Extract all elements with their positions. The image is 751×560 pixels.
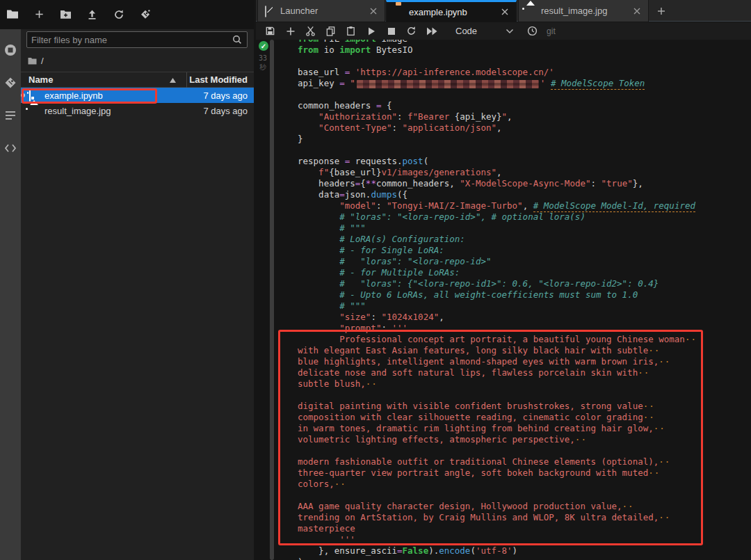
breadcrumb[interactable]: / bbox=[28, 55, 44, 66]
file-modified: 7 days ago bbox=[203, 106, 248, 116]
stop-kernel-icon[interactable] bbox=[385, 25, 397, 37]
running-sessions-icon[interactable] bbox=[3, 43, 17, 57]
chevron-down-icon[interactable] bbox=[503, 25, 515, 37]
git-icon[interactable] bbox=[3, 76, 17, 90]
close-tab-icon[interactable] bbox=[499, 6, 510, 17]
run-cell-icon[interactable] bbox=[365, 25, 377, 37]
code-line: # - for Multiple LoRAs: bbox=[298, 267, 697, 278]
code-line: f"{base_url}v1/images/generations", bbox=[298, 167, 697, 178]
insert-cell-icon[interactable] bbox=[284, 25, 296, 37]
refresh-icon[interactable] bbox=[113, 8, 124, 20]
code-line: api_key = "' # ModelScope Token bbox=[298, 78, 697, 89]
table-of-contents-icon[interactable] bbox=[3, 109, 17, 122]
code-line: "size": "1024x1024", bbox=[298, 312, 697, 323]
file-name: result_image.jpg bbox=[45, 106, 111, 116]
code-line bbox=[298, 89, 697, 100]
main-tab-bar: Launcher example.ipynb result_image.jpg bbox=[256, 0, 751, 22]
cell-type-select[interactable]: Code bbox=[455, 26, 477, 36]
paste-icon[interactable] bbox=[345, 25, 357, 37]
tab-example-ipynb[interactable]: example.ipynb bbox=[386, 0, 517, 22]
jupyterlab-window: / Name Last Modified example.ipynb 7 day… bbox=[0, 0, 751, 560]
column-name[interactable]: Name bbox=[21, 74, 53, 85]
code-line: "model": "Tongyi-MAI/Z-Image-Turbo", # M… bbox=[298, 200, 697, 211]
cell-success-icon: ✓ bbox=[259, 41, 268, 51]
redacted-api-key bbox=[357, 80, 539, 88]
column-divider bbox=[186, 72, 187, 88]
annotation-box-prompt bbox=[278, 330, 703, 545]
close-tab-icon[interactable] bbox=[368, 6, 379, 17]
file-browser-toolbar bbox=[0, 0, 254, 29]
file-list-header: Name Last Modified bbox=[21, 72, 254, 88]
code-line: data=json.dumps({ bbox=[298, 189, 697, 200]
tab-launcher[interactable]: Launcher bbox=[257, 0, 385, 22]
file-browser-panel: / Name Last Modified example.ipynb 7 day… bbox=[21, 29, 254, 560]
code-line: # """ bbox=[298, 223, 697, 234]
cell-duration-value: 33 bbox=[259, 54, 267, 62]
code-line: # "loras": "<lora-repo-id>" bbox=[298, 256, 697, 267]
code-line: # "loras": {"<lora-repo-id1>": 0.6, "<lo… bbox=[298, 278, 697, 289]
code-line bbox=[298, 145, 697, 156]
column-last-modified[interactable]: Last Modified bbox=[189, 74, 248, 85]
close-tab-icon[interactable] bbox=[631, 6, 643, 17]
restart-kernel-icon[interactable] bbox=[405, 25, 417, 37]
kernel-status-clock-icon[interactable] bbox=[526, 25, 538, 37]
code-line: # - for Single LoRA: bbox=[298, 245, 697, 256]
cut-icon[interactable] bbox=[305, 25, 316, 37]
notebook-toolbar: Code git bbox=[256, 22, 751, 40]
file-filter-input[interactable] bbox=[27, 35, 232, 45]
code-line: from io import BytesIO bbox=[298, 45, 697, 56]
code-line: response = requests.post( bbox=[298, 156, 697, 167]
new-launcher-icon[interactable] bbox=[33, 8, 45, 20]
breadcrumb-path: / bbox=[41, 56, 44, 66]
new-tab-button[interactable] bbox=[652, 3, 670, 19]
code-line bbox=[298, 56, 697, 67]
file-filter-box bbox=[26, 31, 248, 48]
tab-label: Launcher bbox=[280, 6, 318, 16]
extension-code-icon[interactable] bbox=[3, 141, 17, 155]
image-file-icon bbox=[29, 106, 39, 115]
new-folder-icon[interactable] bbox=[60, 8, 72, 20]
annotation-box-example-file bbox=[22, 88, 157, 104]
activity-bar bbox=[0, 29, 21, 560]
tab-result-image-jpg[interactable]: result_image.jpg bbox=[518, 0, 649, 22]
code-line: # "loras": "<lora-repo-id>", # optional … bbox=[298, 211, 697, 223]
file-row-result-image-jpg[interactable]: result_image.jpg 7 days ago bbox=[21, 103, 254, 118]
code-line: base_url = 'https://api-inference.models… bbox=[298, 67, 697, 78]
restart-run-all-icon[interactable] bbox=[426, 25, 437, 37]
tab-label: example.ipynb bbox=[409, 7, 467, 17]
code-line: common_headers = { bbox=[298, 100, 697, 111]
code-line: "Authorization": f"Bearer {api_key}", bbox=[298, 111, 697, 122]
file-modified: 7 days ago bbox=[203, 90, 248, 101]
git-clone-icon[interactable] bbox=[139, 8, 151, 20]
upload-icon[interactable] bbox=[86, 8, 98, 20]
code-line: } bbox=[298, 134, 697, 145]
code-line: headers={**common_headers, "X-ModelScope… bbox=[298, 178, 697, 189]
folder-icon bbox=[28, 57, 37, 65]
code-line: ) bbox=[298, 557, 697, 560]
code-line: # LoRA(s) Configuration: bbox=[298, 234, 697, 245]
launcher-icon bbox=[265, 6, 275, 16]
copy-icon[interactable] bbox=[325, 25, 337, 37]
code-line: }, ensure_ascii=False).encode('utf-8') bbox=[298, 545, 697, 557]
search-icon[interactable] bbox=[232, 35, 242, 45]
code-line: # - Upto 6 LoRAs, all weight-coefficient… bbox=[298, 289, 697, 301]
save-icon[interactable] bbox=[264, 25, 276, 37]
cell-collapser-bar[interactable] bbox=[270, 40, 274, 560]
code-line: "Content-Type": "application/json", bbox=[298, 122, 697, 134]
code-line: from PIL import Image bbox=[298, 40, 697, 45]
cell-duration-unit: 秒 bbox=[259, 63, 266, 72]
tab-label: result_image.jpg bbox=[541, 6, 607, 16]
notebook-cell-area: ✓ 33 秒 from PIL import Imagefrom io impo… bbox=[256, 40, 751, 560]
kernel-hint-label: git bbox=[547, 26, 556, 36]
image-icon bbox=[526, 6, 535, 16]
sort-ascending-icon[interactable] bbox=[170, 78, 176, 83]
notebook-icon bbox=[394, 7, 403, 17]
file-browser-tab-icon[interactable] bbox=[6, 9, 19, 19]
code-line: # """ bbox=[298, 301, 697, 312]
